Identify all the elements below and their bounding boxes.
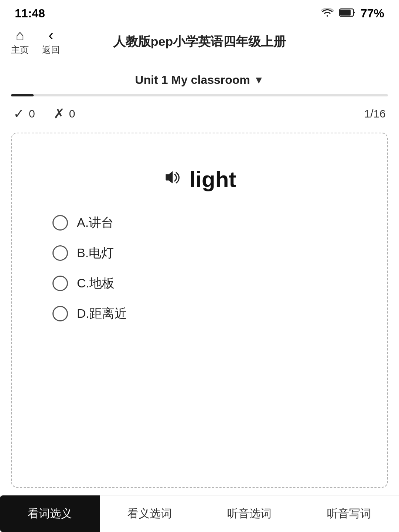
- wifi-icon: [321, 7, 334, 20]
- page-title: 人教版pep小学英语四年级上册: [113, 33, 286, 50]
- page-counter: 1/16: [364, 108, 386, 120]
- option-a-label: A.讲台: [77, 214, 114, 231]
- battery-icon: [339, 7, 355, 20]
- word-display: light: [163, 167, 236, 192]
- status-bar: 11:48 77%: [0, 0, 399, 24]
- tab-listen-write-label: 听音写词: [327, 506, 371, 521]
- question-card: light A.讲台 B.电灯 C.地板 D.距离近: [11, 133, 388, 488]
- speaker-icon: [163, 168, 182, 191]
- home-icon: ⌂: [16, 28, 24, 42]
- option-d[interactable]: D.距离近: [52, 305, 369, 322]
- correct-count: 0: [29, 108, 35, 120]
- battery-percent: 77%: [361, 7, 384, 20]
- option-a[interactable]: A.讲台: [52, 214, 369, 231]
- score-bar: ✓ 0 ✗ 0 1/16: [0, 102, 399, 129]
- bottom-tabs: 看词选义 看义选词 听音选词 听音写词: [0, 495, 399, 532]
- nav-bar: ⌂ 主页 ‹ 返回 人教版pep小学英语四年级上册: [0, 24, 399, 62]
- tab-listen-write[interactable]: 听音写词: [299, 495, 399, 532]
- back-icon: ‹: [48, 28, 53, 42]
- tab-meaning-to-word[interactable]: 看义选词: [100, 495, 200, 532]
- wrong-count: 0: [69, 108, 75, 120]
- back-label: 返回: [42, 44, 60, 56]
- back-nav-item[interactable]: ‹ 返回: [42, 28, 60, 56]
- home-nav-item[interactable]: ⌂ 主页: [11, 28, 29, 56]
- nav-left: ⌂ 主页 ‹ 返回: [11, 28, 60, 56]
- option-b[interactable]: B.电灯: [52, 245, 369, 262]
- time: 11:48: [15, 7, 45, 20]
- speaker-button[interactable]: [163, 168, 182, 191]
- question-word: light: [190, 167, 236, 192]
- tab-listen-choose[interactable]: 听音选词: [200, 495, 299, 532]
- progress-bar-container: [0, 94, 399, 96]
- chevron-down-icon: ▼: [254, 74, 264, 86]
- tab-word-to-meaning[interactable]: 看词选义: [0, 495, 100, 532]
- progress-track: [11, 94, 388, 96]
- wrong-score: ✗ 0: [54, 106, 75, 122]
- radio-c[interactable]: [52, 276, 68, 291]
- tab-word-to-meaning-label: 看词选义: [28, 506, 72, 521]
- correct-icon: ✓: [13, 106, 24, 122]
- option-b-label: B.电灯: [77, 245, 114, 262]
- radio-b[interactable]: [52, 245, 68, 261]
- wrong-icon: ✗: [54, 106, 65, 122]
- unit-selector-label: Unit 1 My classroom: [135, 73, 250, 87]
- tab-meaning-to-word-label: 看义选词: [127, 506, 172, 521]
- correct-score: ✓ 0: [13, 106, 35, 122]
- tab-listen-choose-label: 听音选词: [227, 506, 272, 521]
- score-left: ✓ 0 ✗ 0: [13, 106, 75, 122]
- radio-a[interactable]: [52, 215, 68, 231]
- radio-d[interactable]: [52, 306, 68, 321]
- options-list: A.讲台 B.电灯 C.地板 D.距离近: [30, 214, 369, 322]
- svg-rect-1: [340, 10, 351, 16]
- option-c-label: C.地板: [77, 275, 115, 292]
- option-c[interactable]: C.地板: [52, 275, 369, 292]
- home-label: 主页: [11, 44, 29, 56]
- unit-selector-button[interactable]: Unit 1 My classroom ▼: [135, 73, 264, 87]
- option-d-label: D.距离近: [77, 305, 127, 322]
- progress-fill: [11, 94, 34, 96]
- unit-selector: Unit 1 My classroom ▼: [0, 62, 399, 94]
- status-icons: 77%: [321, 7, 384, 20]
